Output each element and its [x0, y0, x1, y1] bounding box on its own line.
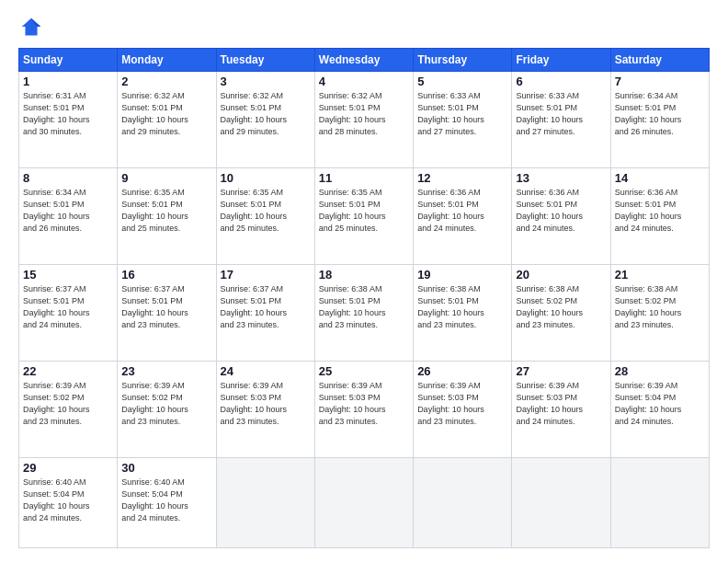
- day-number: 13: [516, 171, 606, 185]
- day-info: Sunrise: 6:31 AM Sunset: 5:01 PM Dayligh…: [23, 90, 113, 138]
- calendar-week-2: 8Sunrise: 6:34 AM Sunset: 5:01 PM Daylig…: [19, 168, 710, 265]
- day-number: 30: [121, 461, 211, 475]
- calendar-cell: 19Sunrise: 6:38 AM Sunset: 5:01 PM Dayli…: [414, 265, 512, 362]
- day-number: 6: [516, 75, 606, 88]
- calendar-cell: 22Sunrise: 6:39 AM Sunset: 5:02 PM Dayli…: [19, 362, 118, 458]
- day-info: Sunrise: 6:35 AM Sunset: 5:01 PM Dayligh…: [221, 187, 311, 235]
- day-info: Sunrise: 6:39 AM Sunset: 5:03 PM Dayligh…: [516, 380, 606, 428]
- day-info: Sunrise: 6:38 AM Sunset: 5:01 PM Dayligh…: [319, 283, 409, 331]
- calendar-header-saturday: Saturday: [610, 49, 709, 72]
- page: SundayMondayTuesdayWednesdayThursdayFrid…: [0, 0, 728, 563]
- day-info: Sunrise: 6:34 AM Sunset: 5:01 PM Dayligh…: [23, 187, 113, 235]
- day-info: Sunrise: 6:37 AM Sunset: 5:01 PM Dayligh…: [121, 283, 211, 331]
- day-info: Sunrise: 6:39 AM Sunset: 5:02 PM Dayligh…: [23, 380, 113, 428]
- day-info: Sunrise: 6:33 AM Sunset: 5:01 PM Dayligh…: [417, 90, 507, 138]
- day-number: 21: [615, 268, 705, 282]
- calendar-cell: [216, 458, 314, 548]
- calendar-cell: 26Sunrise: 6:39 AM Sunset: 5:03 PM Dayli…: [414, 362, 512, 458]
- day-info: Sunrise: 6:36 AM Sunset: 5:01 PM Dayligh…: [516, 187, 606, 235]
- calendar-cell: 2Sunrise: 6:32 AM Sunset: 5:01 PM Daylig…: [118, 72, 216, 168]
- logo: [18, 15, 48, 40]
- calendar-cell: 11Sunrise: 6:35 AM Sunset: 5:01 PM Dayli…: [314, 168, 413, 265]
- day-number: 20: [516, 268, 606, 282]
- day-info: Sunrise: 6:38 AM Sunset: 5:02 PM Dayligh…: [615, 283, 705, 331]
- day-info: Sunrise: 6:39 AM Sunset: 5:04 PM Dayligh…: [615, 380, 705, 428]
- day-info: Sunrise: 6:38 AM Sunset: 5:01 PM Dayligh…: [417, 283, 507, 331]
- logo-icon: [18, 15, 44, 40]
- day-number: 14: [615, 171, 705, 185]
- calendar-cell: 9Sunrise: 6:35 AM Sunset: 5:01 PM Daylig…: [118, 168, 216, 265]
- day-number: 11: [319, 171, 409, 185]
- day-number: 3: [221, 75, 311, 88]
- calendar-cell: 29Sunrise: 6:40 AM Sunset: 5:04 PM Dayli…: [19, 458, 118, 548]
- day-info: Sunrise: 6:40 AM Sunset: 5:04 PM Dayligh…: [121, 477, 211, 524]
- day-number: 19: [417, 268, 507, 282]
- calendar-header-tuesday: Tuesday: [216, 49, 314, 72]
- day-info: Sunrise: 6:33 AM Sunset: 5:01 PM Dayligh…: [516, 90, 606, 138]
- calendar-cell: 24Sunrise: 6:39 AM Sunset: 5:03 PM Dayli…: [216, 362, 314, 458]
- day-info: Sunrise: 6:32 AM Sunset: 5:01 PM Dayligh…: [221, 90, 311, 138]
- calendar-header-row: SundayMondayTuesdayWednesdayThursdayFrid…: [19, 49, 710, 72]
- calendar-cell: 12Sunrise: 6:36 AM Sunset: 5:01 PM Dayli…: [414, 168, 512, 265]
- calendar-week-3: 15Sunrise: 6:37 AM Sunset: 5:01 PM Dayli…: [19, 265, 710, 362]
- calendar-cell: 13Sunrise: 6:36 AM Sunset: 5:01 PM Dayli…: [512, 168, 610, 265]
- calendar-header-sunday: Sunday: [19, 49, 118, 72]
- calendar-table: SundayMondayTuesdayWednesdayThursdayFrid…: [18, 48, 710, 548]
- day-number: 1: [23, 75, 113, 88]
- day-number: 28: [615, 364, 705, 378]
- day-number: 4: [319, 75, 409, 88]
- calendar-header-thursday: Thursday: [414, 49, 512, 72]
- day-number: 5: [417, 75, 507, 88]
- day-number: 25: [319, 364, 409, 378]
- calendar-cell: 4Sunrise: 6:32 AM Sunset: 5:01 PM Daylig…: [314, 72, 413, 168]
- calendar-header-wednesday: Wednesday: [314, 49, 413, 72]
- day-number: 17: [221, 268, 311, 282]
- day-info: Sunrise: 6:40 AM Sunset: 5:04 PM Dayligh…: [23, 477, 113, 524]
- calendar-cell: 15Sunrise: 6:37 AM Sunset: 5:01 PM Dayli…: [19, 265, 118, 362]
- calendar-week-4: 22Sunrise: 6:39 AM Sunset: 5:02 PM Dayli…: [19, 362, 710, 458]
- day-number: 16: [121, 268, 211, 282]
- day-info: Sunrise: 6:36 AM Sunset: 5:01 PM Dayligh…: [615, 187, 705, 235]
- calendar-cell: 20Sunrise: 6:38 AM Sunset: 5:02 PM Dayli…: [512, 265, 610, 362]
- day-number: 18: [319, 268, 409, 282]
- header: [18, 15, 710, 40]
- calendar-cell: 6Sunrise: 6:33 AM Sunset: 5:01 PM Daylig…: [512, 72, 610, 168]
- day-info: Sunrise: 6:39 AM Sunset: 5:03 PM Dayligh…: [417, 380, 507, 428]
- day-number: 22: [23, 364, 113, 378]
- calendar-cell: 30Sunrise: 6:40 AM Sunset: 5:04 PM Dayli…: [118, 458, 216, 548]
- day-number: 23: [121, 364, 211, 378]
- day-number: 24: [221, 364, 311, 378]
- calendar-header-monday: Monday: [118, 49, 216, 72]
- calendar-cell: [512, 458, 610, 548]
- day-number: 10: [221, 171, 311, 185]
- calendar-cell: 8Sunrise: 6:34 AM Sunset: 5:01 PM Daylig…: [19, 168, 118, 265]
- calendar-cell: [314, 458, 413, 548]
- calendar-cell: 3Sunrise: 6:32 AM Sunset: 5:01 PM Daylig…: [216, 72, 314, 168]
- day-number: 7: [615, 75, 705, 88]
- calendar-cell: 25Sunrise: 6:39 AM Sunset: 5:03 PM Dayli…: [314, 362, 413, 458]
- calendar-cell: 16Sunrise: 6:37 AM Sunset: 5:01 PM Dayli…: [118, 265, 216, 362]
- calendar-cell: [414, 458, 512, 548]
- calendar-week-1: 1Sunrise: 6:31 AM Sunset: 5:01 PM Daylig…: [19, 72, 710, 168]
- day-number: 2: [121, 75, 211, 88]
- calendar-week-5: 29Sunrise: 6:40 AM Sunset: 5:04 PM Dayli…: [19, 458, 710, 548]
- day-info: Sunrise: 6:35 AM Sunset: 5:01 PM Dayligh…: [121, 187, 211, 235]
- day-info: Sunrise: 6:39 AM Sunset: 5:02 PM Dayligh…: [121, 380, 211, 428]
- day-info: Sunrise: 6:35 AM Sunset: 5:01 PM Dayligh…: [319, 187, 409, 235]
- day-info: Sunrise: 6:32 AM Sunset: 5:01 PM Dayligh…: [319, 90, 409, 138]
- day-number: 8: [23, 171, 113, 185]
- day-number: 26: [417, 364, 507, 378]
- calendar-cell: 1Sunrise: 6:31 AM Sunset: 5:01 PM Daylig…: [19, 72, 118, 168]
- day-info: Sunrise: 6:38 AM Sunset: 5:02 PM Dayligh…: [516, 283, 606, 331]
- svg-marker-0: [22, 18, 41, 36]
- calendar-cell: 27Sunrise: 6:39 AM Sunset: 5:03 PM Dayli…: [512, 362, 610, 458]
- calendar-cell: 21Sunrise: 6:38 AM Sunset: 5:02 PM Dayli…: [610, 265, 709, 362]
- day-info: Sunrise: 6:34 AM Sunset: 5:01 PM Dayligh…: [615, 90, 705, 138]
- calendar-cell: 17Sunrise: 6:37 AM Sunset: 5:01 PM Dayli…: [216, 265, 314, 362]
- calendar-cell: 10Sunrise: 6:35 AM Sunset: 5:01 PM Dayli…: [216, 168, 314, 265]
- day-info: Sunrise: 6:37 AM Sunset: 5:01 PM Dayligh…: [221, 283, 311, 331]
- day-info: Sunrise: 6:36 AM Sunset: 5:01 PM Dayligh…: [417, 187, 507, 235]
- day-number: 9: [121, 171, 211, 185]
- calendar-cell: 28Sunrise: 6:39 AM Sunset: 5:04 PM Dayli…: [610, 362, 709, 458]
- day-number: 29: [23, 461, 113, 475]
